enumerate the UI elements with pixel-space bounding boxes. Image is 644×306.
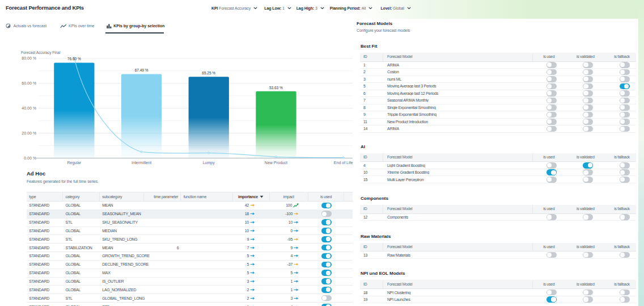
svg-text:80.00 %: 80.00 % bbox=[22, 56, 36, 60]
svg-text:40.00 %: 40.00 % bbox=[22, 106, 36, 110]
svg-text:End of Life: End of Life bbox=[334, 161, 353, 165]
svg-text:67.49 %: 67.49 % bbox=[135, 68, 149, 72]
svg-text:65.25 %: 65.25 % bbox=[202, 71, 215, 75]
svg-text:53.63 %: 53.63 % bbox=[269, 86, 283, 90]
svg-text:60.00 %: 60.00 % bbox=[22, 81, 36, 85]
svg-text:0.00 %: 0.00 % bbox=[24, 156, 36, 160]
svg-text:Intermittent: Intermittent bbox=[132, 161, 151, 165]
svg-text:Regular: Regular bbox=[67, 161, 82, 165]
svg-text:20.00 %: 20.00 % bbox=[22, 131, 36, 135]
svg-text:Lumpy: Lumpy bbox=[203, 161, 215, 165]
svg-text:New Product: New Product bbox=[265, 161, 287, 165]
svg-text:76.60 %: 76.60 % bbox=[67, 57, 81, 61]
svg-text:Forecast Accuracy Final: Forecast Accuracy Final bbox=[21, 51, 61, 55]
